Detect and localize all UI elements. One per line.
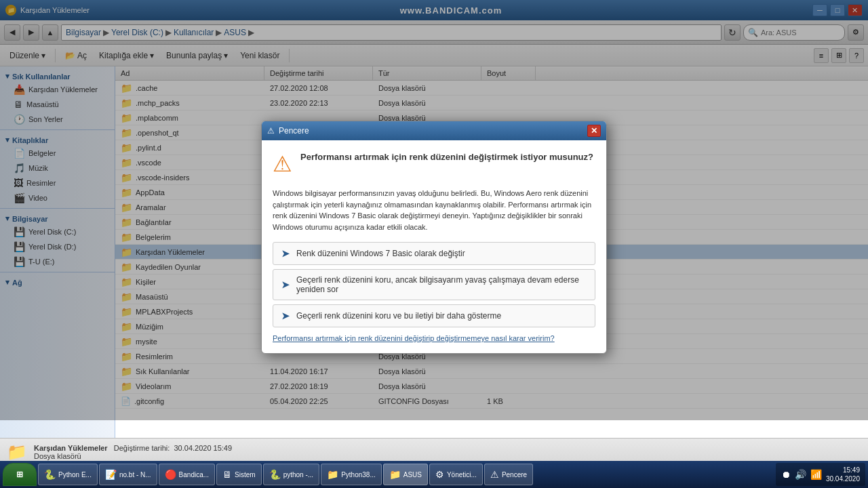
dialog-help-link[interactable]: Performansı artırmak için renk düzenini … xyxy=(273,334,595,342)
taskbar-items: 🐍Python E...📝no.bt - N...🔴Bandica...🖥Sis… xyxy=(38,464,533,485)
taskbar-item-asus[interactable]: 📁ASUS xyxy=(383,464,428,485)
dialog-title: Pencere xyxy=(279,126,309,136)
option-3-arrow: ➤ xyxy=(281,310,290,321)
taskbar-item-python[interactable]: 🐍python -... xyxy=(263,464,319,485)
taskbar-item-icon: 📁 xyxy=(327,469,338,480)
option-1-text: Renk düzenini Windows 7 Basic olarak değ… xyxy=(296,249,465,258)
taskbar-item-icon: 🔴 xyxy=(165,469,176,480)
status-date-label: Değiştirme tarihi: xyxy=(114,444,170,452)
tray-record-icon[interactable]: ⏺ xyxy=(781,469,791,480)
status-folder-icon: 📁 xyxy=(7,443,27,462)
status-date-value: 30.04.2020 15:49 xyxy=(174,444,232,452)
dialog-option-2[interactable]: ➤ Geçerli renk düzenini koru, ancak bilg… xyxy=(273,269,595,300)
taskbar-item-icon: 🐍 xyxy=(44,469,56,480)
taskbar-item-icon: ⚙ xyxy=(435,469,444,480)
taskbar-item-python38[interactable]: 📁Python38... xyxy=(321,464,382,485)
taskbar-item-icon: 🐍 xyxy=(269,469,281,480)
tray-network-icon[interactable]: 📶 xyxy=(810,469,822,480)
taskbar-item-sistem[interactable]: 🖥Sistem xyxy=(216,464,262,485)
dialog-option-1[interactable]: ➤ Renk düzenini Windows 7 Basic olarak d… xyxy=(273,242,595,265)
dialog-question: Performansı artırmak için renk düzenini … xyxy=(300,151,593,163)
dialog-overlay: ⚠ Pencere ✕ ⚠ Performansı artırmak için … xyxy=(0,0,868,420)
dialog-body: ⚠ Performansı artırmak için renk düzenin… xyxy=(262,140,606,353)
system-tray: ⏺ 🔊 📶 15:49 30.04.2020 xyxy=(776,463,865,486)
taskbar-item-icon: 🖥 xyxy=(222,469,232,480)
tray-clock[interactable]: 15:49 30.04.2020 xyxy=(826,466,860,483)
taskbar-item-bandica[interactable]: 🔴Bandica... xyxy=(159,464,215,485)
option-2-arrow: ➤ xyxy=(281,279,290,290)
dialog-description: Windows bilgisayar performansınızın yava… xyxy=(273,188,595,232)
taskbar-item-ynetici[interactable]: ⚙Yönetici... xyxy=(429,464,483,485)
taskbar-item-pythone[interactable]: 🐍Python E... xyxy=(38,464,98,485)
tray-audio-icon[interactable]: 🔊 xyxy=(795,469,806,480)
dialog: ⚠ Pencere ✕ ⚠ Performansı artırmak için … xyxy=(261,121,607,354)
taskbar-item-icon: 📝 xyxy=(105,469,117,480)
taskbar-item-icon: ⚠ xyxy=(490,469,499,480)
dialog-option-3[interactable]: ➤ Geçerli renk düzenini koru ve bu ileti… xyxy=(273,304,595,327)
start-button[interactable]: ⊞ xyxy=(3,463,37,486)
dialog-header: ⚠ Performansı artırmak için renk düzenin… xyxy=(273,151,595,177)
dialog-title-bar: ⚠ Pencere ✕ xyxy=(262,121,606,140)
taskbar-item-pencere[interactable]: ⚠Pencere xyxy=(484,464,533,485)
option-1-arrow: ➤ xyxy=(281,248,290,259)
taskbar-item-icon: 📁 xyxy=(389,469,401,480)
status-folder-name: Karşıdan Yüklemeler xyxy=(34,444,108,452)
status-type: Dosya klasörü xyxy=(34,452,81,460)
option-3-text: Geçerli renk düzenini koru ve bu iletiyi… xyxy=(296,311,501,321)
option-2-text: Geçerli renk düzenini koru, ancak bilgis… xyxy=(296,275,587,294)
status-text: Karşıdan Yüklemeler Değiştirme tarihi: 3… xyxy=(34,444,232,460)
taskbar-item-nobtn[interactable]: 📝no.bt - N... xyxy=(99,464,157,485)
start-icon: ⊞ xyxy=(16,470,23,479)
dialog-warning-icon-small: ⚠ xyxy=(267,126,275,136)
tray-date-display: 30.04.2020 xyxy=(826,474,860,483)
tray-time-display: 15:49 xyxy=(826,466,860,474)
taskbar: ⊞ 🐍Python E...📝no.bt - N...🔴Bandica...🖥S… xyxy=(0,461,868,488)
dialog-warning-icon: ⚠ xyxy=(273,151,292,177)
dialog-close-button[interactable]: ✕ xyxy=(587,125,601,137)
